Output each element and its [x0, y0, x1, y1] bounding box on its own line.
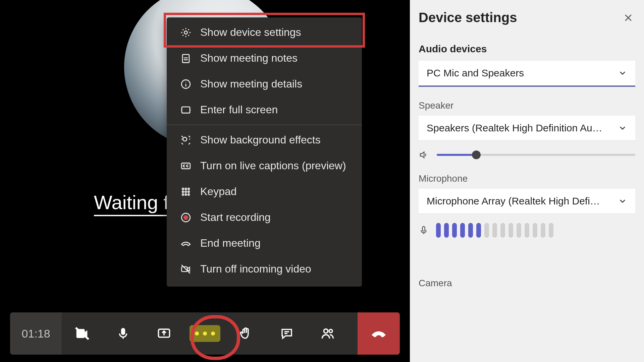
- camera-label: Camera: [419, 278, 635, 289]
- svg-point-14: [185, 194, 187, 195]
- svg-point-10: [182, 191, 184, 192]
- call-stage: Waiting f Show device settings Show meet…: [0, 0, 410, 362]
- more-actions-button[interactable]: [184, 312, 225, 355]
- svg-point-5: [183, 137, 187, 141]
- menu-background-effects[interactable]: Show background effects: [167, 127, 362, 153]
- menu-start-recording[interactable]: Start recording: [167, 204, 362, 230]
- svg-point-22: [324, 329, 328, 333]
- svg-rect-1: [182, 54, 189, 62]
- speaker-value: Speakers (Realtek High Definition Au…: [427, 122, 602, 134]
- info-icon: [180, 78, 192, 90]
- chat-button[interactable]: [266, 312, 307, 355]
- more-actions-menu: Show device settings Show meeting notes …: [167, 17, 362, 287]
- raise-hand-button[interactable]: [225, 312, 266, 355]
- panel-title: Device settings: [419, 10, 517, 25]
- menu-show-device-settings[interactable]: Show device settings: [167, 19, 362, 45]
- participants-button[interactable]: [307, 312, 348, 355]
- chevron-down-icon: [618, 68, 627, 78]
- mic-toggle-button[interactable]: [103, 312, 144, 355]
- svg-rect-24: [422, 227, 425, 231]
- speaker-volume-slider[interactable]: [437, 154, 635, 156]
- speaker-icon: [419, 150, 429, 160]
- svg-point-15: [188, 194, 190, 195]
- background-effects-icon: [180, 134, 192, 146]
- call-timer: 01:18: [10, 312, 62, 355]
- speaker-label: Speaker: [419, 100, 635, 111]
- notes-icon: [180, 53, 192, 64]
- microphone-select[interactable]: Microphone Array (Realtek High Defi…: [419, 189, 635, 214]
- menu-item-label: End meeting: [200, 237, 261, 249]
- svg-point-23: [329, 329, 332, 333]
- microphone-value: Microphone Array (Realtek High Defi…: [427, 195, 600, 207]
- menu-end-meeting[interactable]: End meeting: [167, 230, 362, 256]
- waiting-status-text: Waiting f: [94, 191, 169, 216]
- captions-icon: [180, 160, 192, 172]
- audio-device-value: PC Mic and Speakers: [427, 67, 524, 79]
- menu-item-label: Show meeting notes: [200, 52, 298, 64]
- svg-point-11: [185, 191, 187, 192]
- svg-point-3: [185, 82, 186, 82]
- microphone-label: Microphone: [419, 173, 635, 184]
- chevron-down-icon: [618, 123, 627, 133]
- more-icon: [190, 325, 220, 342]
- device-settings-panel: Device settings Audio devices PC Mic and…: [410, 0, 644, 362]
- chevron-down-icon: [618, 196, 627, 206]
- menu-item-label: Turn on live captions (preview): [200, 160, 346, 172]
- svg-point-13: [182, 194, 184, 195]
- menu-item-label: Show background effects: [200, 134, 321, 146]
- keypad-icon: [180, 186, 192, 197]
- menu-item-label: Keypad: [200, 185, 237, 198]
- svg-point-8: [185, 188, 187, 190]
- menu-item-label: Start recording: [200, 211, 271, 224]
- video-off-icon: [180, 263, 192, 275]
- phone-down-icon: [180, 238, 192, 249]
- gear-icon: [180, 27, 192, 38]
- leave-call-button[interactable]: [358, 312, 400, 355]
- audio-device-select[interactable]: PC Mic and Speakers: [419, 61, 635, 87]
- menu-turn-off-incoming-video[interactable]: Turn off incoming video: [167, 256, 362, 282]
- svg-point-0: [184, 31, 187, 34]
- svg-point-12: [188, 191, 190, 192]
- menu-item-label: Turn off incoming video: [200, 263, 311, 275]
- close-panel-button[interactable]: [621, 11, 635, 25]
- camera-toggle-button[interactable]: [62, 312, 103, 355]
- svg-point-9: [188, 188, 190, 190]
- menu-show-meeting-notes[interactable]: Show meeting notes: [167, 45, 362, 71]
- svg-point-7: [182, 188, 184, 190]
- audio-devices-label: Audio devices: [419, 43, 635, 55]
- menu-enter-full-screen[interactable]: Enter full screen: [167, 97, 362, 123]
- menu-separator: [167, 125, 362, 125]
- menu-live-captions[interactable]: Turn on live captions (preview): [167, 153, 362, 179]
- svg-rect-4: [182, 107, 190, 113]
- svg-rect-20: [121, 328, 125, 335]
- menu-item-label: Show device settings: [200, 26, 301, 39]
- call-controlbar: 01:18: [10, 312, 400, 355]
- share-screen-button[interactable]: [144, 312, 184, 355]
- microphone-level-meter: [436, 223, 553, 238]
- record-icon: [180, 212, 192, 223]
- svg-point-17: [183, 215, 188, 220]
- menu-item-label: Enter full screen: [200, 104, 278, 116]
- menu-show-meeting-details[interactable]: Show meeting details: [167, 71, 362, 97]
- fullscreen-icon: [180, 104, 192, 116]
- speaker-select[interactable]: Speakers (Realtek High Definition Au…: [419, 116, 635, 140]
- menu-keypad[interactable]: Keypad: [167, 179, 362, 204]
- menu-item-label: Show meeting details: [200, 78, 302, 90]
- microphone-icon: [419, 225, 429, 235]
